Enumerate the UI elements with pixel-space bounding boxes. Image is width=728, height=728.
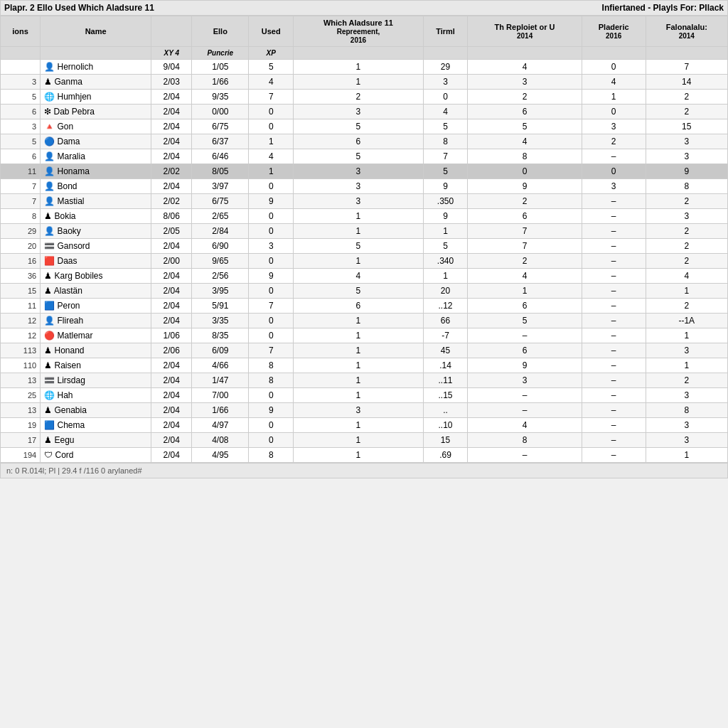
col-pladeric-sub (582, 47, 646, 60)
cell-num: 110 (1, 358, 41, 373)
cell-name: 🟦 Peron (41, 299, 151, 314)
table-row: 194🛡 Cord2/044/9581.69––1 (1, 448, 728, 463)
cell-which: 6 (294, 299, 423, 314)
cell-which: 5 (294, 119, 423, 134)
cell-used: 3 (249, 239, 294, 254)
cell-used: 8 (249, 358, 294, 373)
col-plapr2-sub: XY 4 (151, 47, 192, 60)
cell-num: 16 (1, 254, 41, 269)
col-tirml-header: Tirml (423, 16, 468, 47)
cell-pladeric: – (582, 149, 646, 164)
cell-ello: 2/65 (192, 209, 249, 224)
footer-bar: n: 0 R.014l; Pl | 29.4 f /116 0 arylaned… (0, 463, 728, 478)
cell-pladeric: 0 (582, 60, 646, 75)
cell-reploist: – (468, 388, 582, 403)
cell-used: 1 (249, 164, 294, 179)
cell-num: 29 (1, 224, 41, 239)
cell-which: 3 (294, 164, 423, 179)
cell-used: 8 (249, 448, 294, 463)
cell-which: 3 (294, 179, 423, 194)
table-row: 7👤 Mastial2/026/7593.3502–2 (1, 194, 728, 209)
cell-pladeric: – (582, 403, 646, 418)
cell-falonalalu: 14 (646, 75, 727, 90)
cell-ello: 1/66 (192, 403, 249, 418)
cell-plapr2: 2/02 (151, 194, 192, 209)
cell-name: ❇ Dab Pebra (41, 105, 151, 119)
cell-plapr2: 2/04 (151, 134, 192, 149)
table-row: 113♟ Honand2/066/0971456–3 (1, 343, 728, 358)
cell-num: 194 (1, 448, 41, 463)
cell-ello: 6/75 (192, 194, 249, 209)
cell-falonalalu: 8 (646, 179, 727, 194)
cell-plapr2: 2/04 (151, 299, 192, 314)
cell-reploist: – (468, 328, 582, 343)
cell-ello: 3/97 (192, 179, 249, 194)
cell-falonalalu: 2 (646, 194, 727, 209)
cell-plapr2: 2/04 (151, 448, 192, 463)
cell-num: 8 (1, 209, 41, 224)
cell-used: 0 (249, 119, 294, 134)
cell-reploist: 9 (468, 358, 582, 373)
cell-tirml: -7 (423, 328, 468, 343)
cell-ello: 1/66 (192, 75, 249, 90)
cell-tirml: 5 (423, 164, 468, 179)
cell-name: 👤 Mastial (41, 194, 151, 209)
cell-name: 🛡 Cord (41, 448, 151, 463)
cell-pladeric: 1 (582, 90, 646, 105)
cell-plapr2: 2/04 (151, 418, 192, 433)
cell-name: 🟥 Daas (41, 254, 151, 269)
cell-which: 6 (294, 134, 423, 149)
cell-num: 5 (1, 134, 41, 149)
cell-which: 3 (294, 105, 423, 119)
cell-ello: 5/91 (192, 299, 249, 314)
cell-used: 0 (249, 105, 294, 119)
cell-falonalalu: 3 (646, 433, 727, 448)
cell-num: 12 (1, 328, 41, 343)
cell-used: 0 (249, 433, 294, 448)
cell-num: 6 (1, 149, 41, 164)
cell-pladeric: 0 (582, 164, 646, 179)
cell-falonalalu: 2 (646, 224, 727, 239)
cell-reploist: 9 (468, 179, 582, 194)
cell-tirml: 29 (423, 60, 468, 75)
cell-name: 🌐 Hah (41, 388, 151, 403)
cell-pladeric: 4 (582, 75, 646, 90)
cell-pladeric: – (582, 448, 646, 463)
cell-ello: 0/00 (192, 105, 249, 119)
table-row: 13♟ Genabia2/041/6693..––8 (1, 403, 728, 418)
cell-falonalalu: 3 (646, 388, 727, 403)
col-falonalalu-sub (646, 47, 727, 60)
cell-reploist: 2 (468, 254, 582, 269)
cell-used: 9 (249, 269, 294, 284)
col-falonalalu-header: Falonalalu:2014 (646, 16, 727, 47)
cell-plapr2: 9/04 (151, 60, 192, 75)
cell-reploist: 6 (468, 343, 582, 358)
cell-name: ♟ Genabia (41, 403, 151, 418)
cell-name: 👤 Baoky (41, 224, 151, 239)
cell-used: 9 (249, 194, 294, 209)
cell-tirml: 7 (423, 149, 468, 164)
cell-name: 👤 Bond (41, 179, 151, 194)
cell-pladeric: – (582, 433, 646, 448)
cell-used: 0 (249, 388, 294, 403)
cell-num: 6 (1, 105, 41, 119)
col-reploist-sub (468, 47, 582, 60)
cell-tirml: .. (423, 403, 468, 418)
col-ello-header: Ello (192, 16, 249, 47)
cell-tirml: ..11 (423, 373, 468, 388)
cell-plapr2: 8/06 (151, 209, 192, 224)
cell-ello: 3/35 (192, 314, 249, 328)
cell-which: 1 (294, 433, 423, 448)
cell-tirml: .340 (423, 254, 468, 269)
cell-plapr2: 1/06 (151, 328, 192, 343)
cell-pladeric: – (582, 254, 646, 269)
cell-falonalalu: 7 (646, 60, 727, 75)
cell-tirml: .14 (423, 358, 468, 373)
cell-which: 1 (294, 328, 423, 343)
col-used-header: Used (249, 16, 294, 47)
cell-used: 0 (249, 209, 294, 224)
col-ello-sub: Puncrie (192, 47, 249, 60)
cell-used: 0 (249, 284, 294, 299)
cell-tirml: 9 (423, 179, 468, 194)
cell-tirml: 5 (423, 239, 468, 254)
